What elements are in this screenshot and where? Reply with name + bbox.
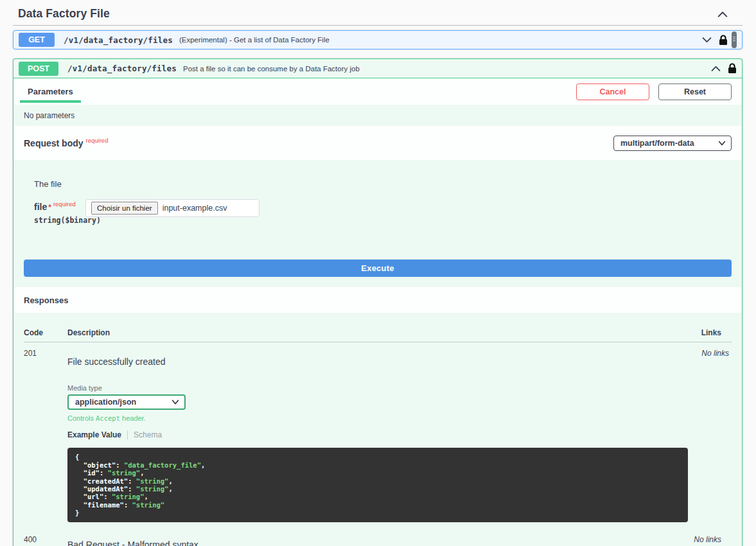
collapse-section-icon[interactable] (717, 10, 728, 19)
example-json-code: { "object": "data_factory_file", "id": "… (75, 453, 680, 516)
post-endpoint-block: POST /v1/data_factory/files Post a file … (13, 58, 743, 546)
choose-file-button[interactable]: Choisir un fichier (91, 202, 158, 215)
tab-example-value[interactable]: Example Value (67, 430, 121, 439)
file-param-star: * (48, 203, 51, 212)
file-param-type: string($binary) (34, 216, 85, 225)
file-param-required: required (53, 200, 76, 207)
tab-active-underline (20, 100, 81, 103)
response-row-201: 201 File successfully created Media type… (24, 342, 732, 522)
post-endpoint-path: /v1/data_factory/files (67, 64, 177, 73)
tab-parameters[interactable]: Parameters (24, 78, 77, 105)
file-upload-input[interactable]: Choisir un fichier input-example.csv (85, 199, 259, 217)
example-json-block[interactable]: { "object": "data_factory_file", "id": "… (67, 448, 688, 522)
post-endpoint-row[interactable]: POST /v1/data_factory/files Post a file … (13, 59, 742, 78)
tab-separator (127, 430, 128, 439)
request-body-required: required (86, 137, 109, 144)
request-body-header: Request bodyrequired multipart/form-data (13, 126, 742, 160)
responses-table: Code Description Links 201 File successf… (13, 313, 742, 546)
post-endpoint-summary: Post a file so it can be consume by a Da… (183, 65, 360, 73)
tab-schema[interactable]: Schema (134, 430, 162, 439)
parameters-header: Parameters Cancel Reset (13, 78, 742, 105)
chevron-down-icon (171, 400, 179, 405)
section-title: Data Factory File (18, 7, 110, 21)
responses-table-header: Code Description Links (24, 313, 732, 342)
reset-button[interactable]: Reset (658, 84, 732, 100)
collapse-post-icon[interactable] (710, 64, 721, 73)
request-body-label: Request body (24, 138, 84, 148)
lock-icon[interactable] (728, 63, 737, 74)
response-media-type-select[interactable]: application/json (67, 394, 186, 410)
response-links: No links (688, 342, 739, 522)
responses-header: Responses (13, 287, 742, 313)
chevron-down-icon (718, 140, 726, 146)
response-media-type-value: application/json (75, 398, 136, 407)
response-description: File successfully created (67, 342, 688, 367)
controls-accept-note: Controls Accept header. (67, 414, 688, 422)
response-description: Bad Request - Malformed syntax (67, 529, 680, 546)
request-content-type-select[interactable]: multipart/form-data (613, 136, 732, 151)
cancel-button[interactable]: Cancel (576, 84, 649, 100)
request-body-description: The file (34, 179, 732, 189)
section-divider (13, 25, 743, 26)
header-code: Code (24, 328, 67, 337)
header-links: Links (680, 328, 732, 337)
request-content-type-value: multipart/form-data (620, 139, 694, 148)
response-links: No links (680, 529, 732, 546)
header-description: Description (67, 328, 680, 337)
response-row-400: 400 Bad Request - Malformed syntax No li… (24, 529, 732, 546)
file-param-name: file (34, 202, 47, 212)
scrollbar-thumb[interactable] (732, 31, 737, 48)
accept-header-code: Accept (96, 414, 120, 422)
tag-section-header[interactable]: Data Factory File (13, 0, 743, 25)
no-parameters-message: No parameters (13, 105, 742, 126)
lock-icon[interactable] (719, 35, 728, 46)
media-type-label: Media type (67, 384, 688, 392)
tab-parameters-label: Parameters (28, 87, 73, 96)
swagger-page: Data Factory File GET /v1/data_factory/f… (0, 0, 756, 546)
response-code: 400 (24, 529, 67, 546)
expand-get-icon[interactable] (701, 36, 712, 44)
responses-title: Responses (24, 295, 68, 305)
chosen-file-name: input-example.csv (163, 204, 227, 213)
response-code: 201 (24, 342, 67, 522)
get-endpoint-summary: (Experimental) - Get a list of Data Fact… (179, 36, 330, 44)
request-body-content: The file file*required string($binary) C… (13, 160, 742, 251)
execute-button[interactable]: Execute (24, 260, 732, 277)
get-endpoint-row[interactable]: GET /v1/data_factory/files (Experimental… (13, 30, 743, 49)
get-method-badge: GET (19, 33, 55, 47)
post-method-badge: POST (19, 62, 58, 76)
get-endpoint-path: /v1/data_factory/files (64, 35, 173, 45)
